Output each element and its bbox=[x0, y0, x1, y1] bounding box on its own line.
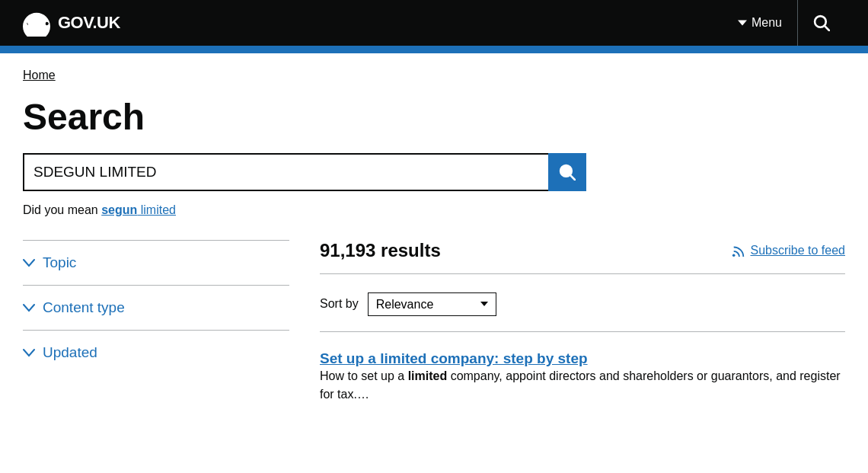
search-icon bbox=[813, 14, 830, 31]
breadcrumb: Home bbox=[23, 69, 845, 82]
results-count: 91,193 results bbox=[320, 240, 441, 261]
menu-button[interactable]: Menu bbox=[723, 0, 798, 46]
snippet-pre: How to set up a bbox=[320, 369, 408, 382]
menu-label: Menu bbox=[752, 16, 782, 30]
snippet-bold: limited bbox=[408, 369, 448, 382]
did-you-mean-bold: segun bbox=[101, 203, 137, 216]
subscribe-link[interactable]: Subscribe to feed bbox=[732, 244, 845, 257]
main-content: Home Search Did you mean segun limited bbox=[0, 53, 868, 452]
results-divider bbox=[320, 273, 845, 274]
search-submit-button[interactable] bbox=[548, 153, 586, 191]
did-you-mean-prefix: Did you mean bbox=[23, 203, 101, 216]
sort-select[interactable]: Relevance Updated (newest) Updated (olde… bbox=[368, 292, 496, 316]
did-you-mean-link[interactable]: segun limited bbox=[101, 203, 176, 216]
topic-label: Topic bbox=[43, 254, 76, 271]
result-title-link[interactable]: Set up a limited company: step by step bbox=[320, 350, 588, 366]
updated-label: Updated bbox=[43, 344, 97, 361]
two-col-layout: Topic Content type Updated bbox=[23, 240, 845, 422]
blue-bar bbox=[0, 46, 868, 53]
content-type-filter-toggle[interactable]: Content type bbox=[23, 286, 289, 330]
content-type-label: Content type bbox=[43, 299, 125, 316]
search-submit-icon bbox=[559, 164, 576, 181]
gov-uk-logo[interactable]: GOV.UK bbox=[23, 9, 120, 37]
did-you-mean: Did you mean segun limited bbox=[23, 203, 845, 217]
topic-chevron-icon bbox=[23, 257, 35, 269]
result-snippet: How to set up a limited company, appoint… bbox=[320, 367, 845, 404]
results-header: 91,193 results Subscribe to feed bbox=[320, 240, 845, 261]
header-search-button[interactable] bbox=[798, 0, 845, 46]
sort-label: Sort by bbox=[320, 297, 359, 311]
rss-icon bbox=[732, 244, 745, 257]
topic-filter-toggle[interactable]: Topic bbox=[23, 241, 289, 285]
content-type-chevron-icon bbox=[23, 302, 35, 314]
site-header: GOV.UK Menu bbox=[0, 0, 868, 46]
chevron-down-icon bbox=[738, 18, 747, 27]
updated-filter-toggle[interactable]: Updated bbox=[23, 331, 289, 375]
sidebar: Topic Content type Updated bbox=[23, 240, 289, 375]
svg-line-5 bbox=[570, 174, 575, 179]
breadcrumb-home[interactable]: Home bbox=[23, 69, 56, 81]
sort-row: Sort by Relevance Updated (newest) Updat… bbox=[320, 292, 845, 332]
content-type-filter-section: Content type bbox=[23, 285, 289, 330]
gov-uk-wordmark: GOV.UK bbox=[58, 13, 120, 33]
updated-chevron-icon bbox=[23, 347, 35, 359]
result-item: Set up a limited company: step by step H… bbox=[320, 350, 845, 404]
updated-filter-section: Updated bbox=[23, 330, 289, 375]
crown-icon bbox=[23, 9, 50, 37]
search-input[interactable] bbox=[23, 153, 548, 191]
results-area: 91,193 results Subscribe to feed Sort by… bbox=[320, 240, 845, 422]
search-form bbox=[23, 153, 586, 191]
page-title: Search bbox=[23, 97, 845, 138]
subscribe-label: Subscribe to feed bbox=[750, 244, 845, 257]
svg-point-6 bbox=[732, 254, 736, 257]
svg-rect-1 bbox=[28, 27, 46, 30]
did-you-mean-rest: limited bbox=[137, 203, 176, 216]
svg-line-3 bbox=[825, 26, 829, 30]
header-nav: Menu bbox=[723, 0, 845, 46]
topic-filter-section: Topic bbox=[23, 240, 289, 285]
